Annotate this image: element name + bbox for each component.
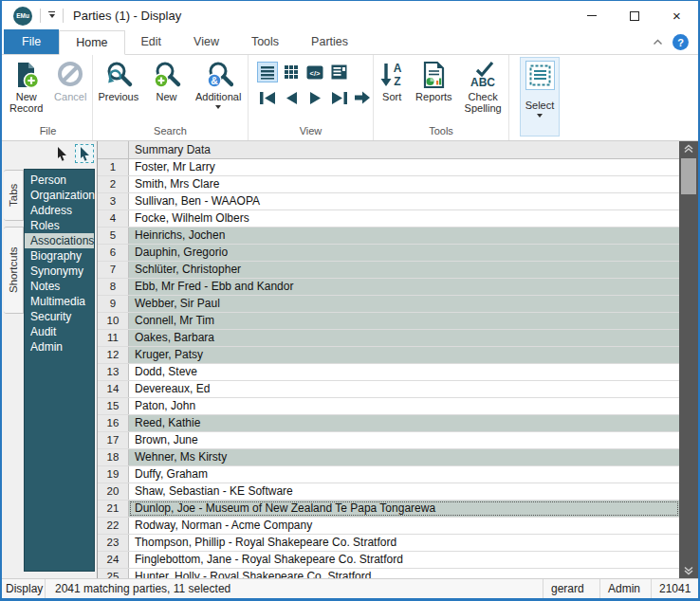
table-row[interactable]: 1Foster, Mr Larry bbox=[98, 159, 679, 176]
sidebar-item-multimedia[interactable]: Multimedia bbox=[25, 294, 94, 309]
new-record-button[interactable]: New Record bbox=[6, 59, 46, 114]
sidebar-item-person[interactable]: Person bbox=[25, 173, 94, 188]
quick-access-dropdown-icon[interactable] bbox=[48, 11, 55, 21]
tab-parties[interactable]: Parties bbox=[295, 30, 364, 54]
code-view-button[interactable]: </> bbox=[304, 62, 325, 82]
status-mode: Display bbox=[2, 579, 46, 598]
sidebar-item-synonymy[interactable]: Synonymy bbox=[25, 264, 94, 279]
table-row[interactable]: 7Schlüter, Christopher bbox=[98, 262, 679, 279]
goto-record-button[interactable] bbox=[352, 89, 373, 106]
table-row[interactable]: 5Heinrichs, Jochen bbox=[98, 228, 679, 245]
table-row[interactable]: 25Hunter, Holly - Royal Shakepeare Co. S… bbox=[98, 569, 679, 578]
table-row[interactable]: 14Devereaux, Ed bbox=[98, 381, 679, 398]
form-view-icon bbox=[331, 64, 347, 80]
check-spelling-button[interactable]: ABC Check Spelling bbox=[459, 59, 507, 114]
table-row[interactable]: 18Wehner, Ms Kirsty bbox=[98, 449, 679, 466]
pointer-icon bbox=[55, 146, 68, 161]
sidebar-item-roles[interactable]: Roles bbox=[25, 218, 94, 233]
table-row[interactable]: 2Smith, Mrs Clare bbox=[98, 176, 679, 193]
first-record-button[interactable] bbox=[257, 89, 278, 106]
sidebar-tab-tabs[interactable]: Tabs bbox=[4, 170, 24, 221]
tab-file[interactable]: File bbox=[4, 29, 59, 54]
status-user: gerard bbox=[543, 579, 599, 598]
table-row[interactable]: 24Finglebottom, Jane - Royal Shakepeare … bbox=[98, 552, 679, 569]
form-view-button[interactable] bbox=[328, 62, 349, 82]
next-record-icon bbox=[308, 91, 322, 105]
table-row[interactable]: 17Brown, June bbox=[98, 432, 679, 449]
scroll-down-icon[interactable] bbox=[679, 563, 698, 578]
table-row[interactable]: 12Kruger, Patsy bbox=[98, 347, 679, 364]
ribbon-group-select: Select bbox=[509, 55, 570, 140]
previous-record-button[interactable] bbox=[281, 89, 302, 106]
grid-view-icon bbox=[284, 64, 299, 80]
table-row[interactable]: 9Webber, Sir Paul bbox=[98, 296, 679, 313]
vertical-scrollbar[interactable] bbox=[679, 141, 698, 578]
help-icon[interactable]: ? bbox=[672, 34, 689, 50]
table-row[interactable]: 20Shaw, Sebastian - KE Software bbox=[98, 483, 679, 501]
sort-button[interactable]: A Z Sort bbox=[376, 59, 408, 102]
sidebar-item-admin[interactable]: Admin bbox=[25, 339, 94, 355]
code-view-icon: </> bbox=[306, 65, 323, 80]
previous-search-icon bbox=[103, 61, 134, 89]
divider bbox=[63, 9, 64, 23]
last-record-button[interactable] bbox=[328, 89, 349, 106]
svg-text:ABC: ABC bbox=[470, 76, 495, 89]
table-row[interactable]: 15Paton, John bbox=[98, 398, 679, 415]
new-search-icon bbox=[152, 61, 182, 89]
list-view-button[interactable] bbox=[257, 62, 278, 82]
scrollbar-thumb[interactable] bbox=[681, 158, 696, 194]
close-button[interactable]: × bbox=[655, 1, 698, 30]
table-row[interactable]: 3Sullivan, Ben - WAAOPA bbox=[98, 193, 679, 210]
tab-view[interactable]: View bbox=[177, 30, 235, 54]
table-row[interactable]: 16Reed, Kathie bbox=[98, 415, 679, 432]
sidebar-item-associations[interactable]: Associations bbox=[25, 233, 94, 248]
group-label-search: Search bbox=[93, 124, 248, 140]
additional-dropdown-icon bbox=[215, 105, 221, 112]
collapse-ribbon-icon[interactable] bbox=[653, 39, 663, 46]
sidebar-panel: Person Organization Address Roles Associ… bbox=[24, 169, 95, 572]
new-search-button[interactable]: New bbox=[150, 59, 184, 102]
maximize-button[interactable] bbox=[613, 1, 655, 30]
sidebar-item-notes[interactable]: Notes bbox=[25, 279, 94, 294]
additional-search-button[interactable]: & Additional bbox=[191, 59, 246, 112]
list-view-icon bbox=[260, 64, 275, 80]
next-record-button[interactable] bbox=[304, 89, 325, 106]
cancel-button[interactable]: Cancel bbox=[50, 59, 90, 102]
status-message: 2041 matching parties, 11 selected bbox=[46, 579, 238, 598]
table-row[interactable]: 11Oakes, Barbara bbox=[98, 330, 679, 347]
tab-home[interactable]: Home bbox=[59, 30, 124, 55]
pointer-tool-button[interactable] bbox=[52, 144, 71, 163]
tab-edit[interactable]: Edit bbox=[125, 30, 178, 54]
minimize-button[interactable] bbox=[570, 1, 613, 30]
select-tool-button[interactable] bbox=[75, 144, 94, 163]
sidebar-item-biography[interactable]: Biography bbox=[25, 248, 94, 264]
window-title: Parties (1) - Display bbox=[73, 9, 181, 23]
sidebar-item-organization[interactable]: Organization bbox=[25, 188, 94, 203]
reports-button[interactable]: Reports bbox=[412, 59, 455, 102]
first-record-icon bbox=[259, 91, 277, 105]
tab-tools[interactable]: Tools bbox=[235, 30, 295, 54]
grid-view-button[interactable] bbox=[281, 62, 302, 82]
app-window: EMu Parties (1) - Display × File Home Ed… bbox=[0, 0, 700, 601]
app-logo-icon: EMu bbox=[13, 7, 32, 26]
last-record-icon bbox=[330, 91, 348, 105]
sidebar-item-address[interactable]: Address bbox=[25, 203, 94, 218]
table-row[interactable]: 6Dauphin, Gregorio bbox=[98, 245, 679, 262]
sidebar-item-security[interactable]: Security bbox=[25, 309, 94, 324]
sort-icon: A Z bbox=[378, 61, 405, 89]
reports-icon bbox=[420, 61, 447, 89]
select-button[interactable]: Select bbox=[520, 57, 560, 137]
table-row[interactable]: 23Thompson, Phillip - Royal Shakepeare C… bbox=[98, 535, 679, 552]
scroll-up-icon[interactable] bbox=[679, 141, 698, 156]
table-row[interactable]: 13Dodd, Steve bbox=[98, 364, 679, 381]
table-row-focused[interactable]: 21Dunlop, Joe - Museum of New Zealand Te… bbox=[98, 501, 679, 518]
table-row[interactable]: 22Rodway, Norman - Acme Company bbox=[98, 518, 679, 535]
table-row[interactable]: 8Ebb, Mr Fred - Ebb and Kandor bbox=[98, 279, 679, 296]
sidebar-item-audit[interactable]: Audit bbox=[25, 324, 94, 339]
table-row[interactable]: 4Focke, Wilhelm Olbers bbox=[98, 210, 679, 228]
table-row[interactable]: 10Connell, Mr Tim bbox=[98, 313, 679, 330]
previous-search-button[interactable]: Previous bbox=[95, 59, 142, 102]
sidebar-tab-shortcuts[interactable]: Shortcuts bbox=[4, 227, 24, 314]
status-code: 21041 bbox=[651, 579, 698, 598]
table-row[interactable]: 19Duffy, Graham bbox=[98, 466, 679, 483]
